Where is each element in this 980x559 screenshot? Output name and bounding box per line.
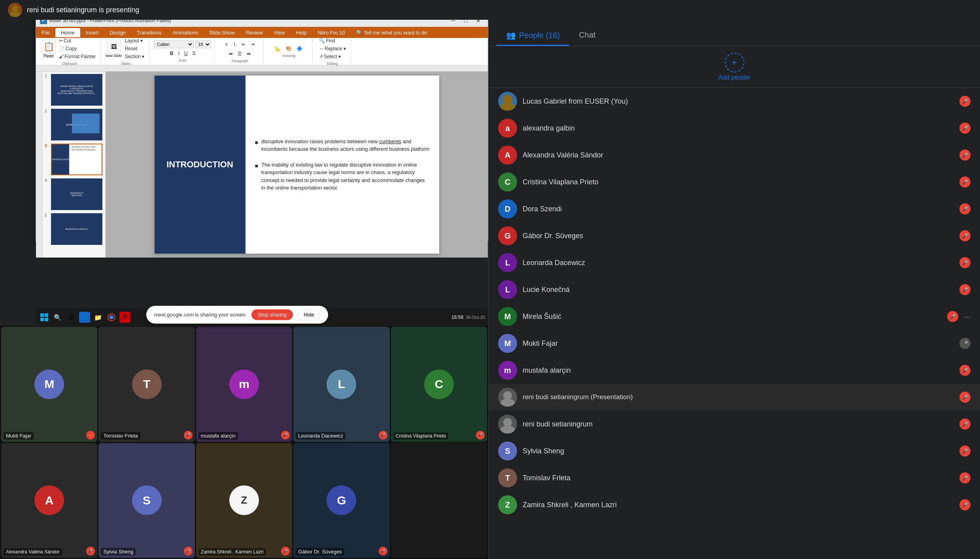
section-button[interactable]: Section ▾	[123, 53, 146, 60]
paste-button[interactable]: 📋	[42, 40, 56, 54]
font-family-select[interactable]: Calibri	[154, 40, 194, 48]
font-size-select[interactable]: 18	[195, 40, 211, 48]
tab-insert[interactable]: Insert	[80, 28, 104, 37]
paste-label: Paste	[43, 54, 54, 58]
select-button[interactable]: ↗ Select ▾	[317, 53, 347, 60]
decrease-indent-button[interactable]: ⇤	[240, 40, 247, 49]
svg-point-7	[110, 315, 113, 319]
ribbon-toolbar: 📋 Paste ✂ Cut 📄 Copy 🖌 Format Painter Cl…	[36, 38, 488, 65]
bullets-button[interactable]: ≡	[223, 40, 229, 49]
mic-off-mirela: 🎤	[947, 311, 958, 322]
windows-start-button[interactable]	[39, 312, 50, 323]
main-slide-area[interactable]: INTRODUCTION ■ disruptive innovation rai…	[106, 72, 488, 258]
align-right-button[interactable]: ➡	[245, 50, 252, 57]
edge-taskbar-button[interactable]	[79, 312, 90, 323]
participant-alexandra-g[interactable]: a alexandra galbin 🎤	[489, 115, 980, 142]
name-zamira-p: Zamira Shkreli , Karmen Lazri	[523, 501, 954, 509]
copy-button[interactable]: 📄 Copy	[57, 45, 97, 52]
participant-gabor[interactable]: G Gábor Dr. Süveges 🎤	[489, 222, 980, 249]
add-people-section[interactable]: + Add people	[489, 46, 980, 88]
task-view-button[interactable]: ⊞	[66, 312, 77, 323]
quick-styles-button[interactable]: 🎨	[284, 45, 293, 52]
replace-button[interactable]: ↔ Replace ▾	[317, 45, 347, 52]
align-left-button[interactable]: ⬅	[227, 50, 234, 57]
slide-thumb-3[interactable]: 3 INTRODUCTION • disruptive innovation r…	[44, 143, 104, 176]
search-taskbar-button[interactable]: 🔍	[52, 312, 63, 323]
reset-button[interactable]: Reset	[123, 45, 146, 52]
slide-thumb-2[interactable]: 2 INTRODUCTION	[44, 108, 104, 141]
mic-mukti: ···	[86, 431, 95, 440]
participant-mukti[interactable]: M Mukti Fajar 🎤	[489, 330, 980, 357]
chrome-taskbar-button[interactable]	[106, 312, 117, 323]
layout-button[interactable]: Layout ▾	[123, 37, 146, 44]
slide-bullet-2-text: The inability of existing law to regulat…	[261, 161, 430, 192]
participant-zamira[interactable]: Z Zamira Shkreli , Karmen Lazri 🎤	[489, 491, 980, 518]
avatar-mirela: M	[498, 307, 517, 326]
people-tab[interactable]: 👥 People (16)	[497, 26, 569, 46]
more-mirela[interactable]: ···	[964, 312, 971, 321]
tab-view[interactable]: View	[268, 28, 291, 37]
svg-rect-3	[45, 313, 48, 317]
shape-fill-button[interactable]: 🔷	[295, 45, 304, 52]
arrange-button[interactable]: 📐	[274, 45, 283, 52]
participant-reni-presenting[interactable]: reni budi setianingrum (Presentation) 🎤	[489, 384, 980, 411]
participant-reni[interactable]: reni budi setianingrum 🎤	[489, 411, 980, 438]
name-alexandra-v: Alexandra Valéria Sándor	[523, 151, 954, 159]
tell-me-input[interactable]: 🔍 Tell me what you want to do	[351, 28, 433, 37]
participant-dora[interactable]: D Dora Szendi 🎤	[489, 195, 980, 222]
participant-lucie[interactable]: L Lucie Konečná 🎤	[489, 276, 980, 303]
tab-nitro[interactable]: Nitro Pro 10	[312, 28, 350, 37]
name-alexandra: Alexandra Valéria Sándor	[4, 548, 62, 555]
cut-button[interactable]: ✂ Cut	[57, 37, 97, 44]
avatar-cristina-p: C	[498, 172, 517, 191]
video-cell-sylvia: S Sylvia Sheng 🎤	[98, 443, 194, 558]
avatar-lucie: L	[498, 280, 517, 299]
tab-animations[interactable]: Animations	[167, 28, 204, 37]
participant-mustafa[interactable]: m mustafa alarçin 🎤	[489, 357, 980, 384]
participant-leonarda[interactable]: L Leonarda Dacewicz 🎤	[489, 249, 980, 276]
find-button[interactable]: 🔍 Find	[317, 37, 347, 44]
participant-tomislav[interactable]: T Tomislav Frleta 🎤	[489, 464, 980, 491]
slide-right-panel: ■ disruptive innovation raises problems …	[245, 76, 439, 254]
italic-button[interactable]: I	[177, 50, 181, 57]
stop-sharing-button[interactable]: Stop sharing	[251, 309, 293, 320]
slide-thumb-1[interactable]: 1 MIXED MODEL REGULATION CONCEPTSNEW POL…	[44, 73, 104, 106]
tab-help[interactable]: Help	[291, 28, 312, 37]
chat-tab[interactable]: Chat	[569, 26, 605, 46]
align-center-button[interactable]: ☰	[236, 50, 244, 57]
video-cell-alexandra: A Alexandra Valéria Sándor 🎤	[1, 443, 97, 558]
new-slide-label: New Slide	[106, 54, 122, 58]
participant-lucas[interactable]: Lucas Gabriel from EUSER (You) 🎤	[489, 88, 980, 115]
increase-indent-button[interactable]: ⇥	[249, 40, 256, 49]
bold-button[interactable]: B	[168, 50, 175, 57]
participant-cristina[interactable]: C Cristina Vilaplana Prieto 🎤	[489, 169, 980, 195]
slide-thumb-4[interactable]: 4 RESEARCHMETHOD	[44, 178, 104, 211]
avatar-reni	[498, 415, 517, 434]
tab-slideshow[interactable]: Slide Show	[204, 28, 240, 37]
tab-design[interactable]: Design	[104, 28, 131, 37]
strikethrough-button[interactable]: S	[191, 50, 197, 57]
participant-mirela[interactable]: M Mirela Šušić 🎤 ···	[489, 303, 980, 330]
ppt-taskbar-button[interactable]: P	[119, 312, 130, 323]
participant-sylvia[interactable]: S Sylvia Sheng 🎤	[489, 438, 980, 464]
new-slide-button[interactable]: 🖼	[107, 40, 121, 54]
file-manager-taskbar-button[interactable]: 📁	[93, 312, 104, 323]
format-painter-button[interactable]: 🖌 Format Painter	[57, 53, 97, 60]
tab-file[interactable]: File	[36, 28, 55, 37]
avatar-cristina: C	[424, 370, 454, 399]
screen-share-bar: meet.google.com is sharing your screen. …	[146, 306, 328, 324]
slide-thumb-5[interactable]: 5 RESEARCH RESULT	[44, 212, 104, 246]
tab-review[interactable]: Review	[240, 28, 268, 37]
tab-home[interactable]: Home	[55, 28, 80, 37]
svg-rect-5	[45, 318, 48, 321]
mic-sylvia: 🎤	[184, 547, 193, 555]
participant-alexandra-v[interactable]: A Alexandra Valéria Sándor 🎤	[489, 142, 980, 169]
underline-button[interactable]: U	[183, 50, 189, 57]
hide-button[interactable]: Hide	[298, 309, 320, 320]
svg-rect-4	[40, 318, 44, 321]
numbering-button[interactable]: ⒈	[231, 40, 239, 49]
mic-gabor: 🎤	[379, 547, 387, 555]
drawing-group: 📐 🎨 🔷 Drawing	[265, 39, 313, 64]
tab-transitions[interactable]: Transitions	[131, 28, 167, 37]
mic-off-lucie: 🎤	[959, 284, 971, 295]
